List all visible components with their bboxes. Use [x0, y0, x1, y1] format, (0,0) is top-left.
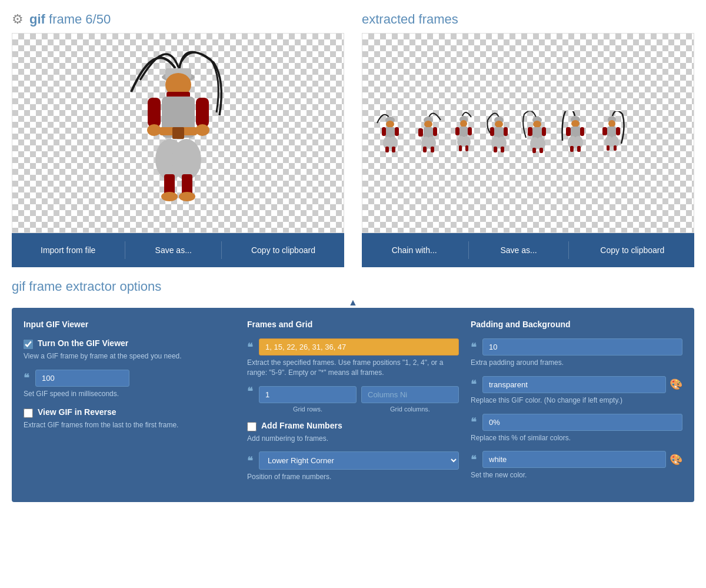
- add-frame-numbers-desc: Add numbering to frames.: [247, 434, 459, 444]
- svg-rect-25: [392, 147, 395, 152]
- svg-rect-65: [566, 127, 571, 136]
- svg-rect-51: [494, 147, 497, 152]
- svg-rect-33: [423, 147, 427, 152]
- svg-point-16: [179, 192, 195, 201]
- svg-rect-74: [602, 127, 607, 135]
- svg-rect-66: [580, 127, 584, 136]
- svg-point-9: [147, 124, 161, 136]
- svg-rect-30: [433, 127, 437, 136]
- svg-rect-52: [501, 147, 504, 152]
- extracted-frames-area: [362, 33, 694, 233]
- similar-desc: Replace this % of similar colors.: [471, 433, 682, 443]
- svg-rect-61: [540, 148, 543, 153]
- quote-icon-5: ❝: [471, 342, 477, 353]
- collapse-arrow[interactable]: ▲: [12, 297, 694, 308]
- quote-icon-6: ❝: [471, 379, 477, 390]
- new-color-input[interactable]: [482, 451, 666, 468]
- frame-thumb-3: [451, 111, 477, 155]
- svg-rect-60: [532, 148, 536, 153]
- svg-rect-7: [148, 98, 161, 127]
- copy-to-clipboard-button[interactable]: Copy to clipboard: [247, 243, 320, 257]
- padding-input[interactable]: [482, 338, 682, 356]
- gif-preview-area: [12, 33, 344, 233]
- input-gif-viewer-title: Input GIF Viewer: [24, 320, 235, 329]
- svg-point-45: [495, 121, 503, 128]
- divider: [468, 241, 469, 259]
- svg-rect-79: [614, 145, 617, 151]
- svg-rect-13: [164, 174, 175, 195]
- options-panel: Input GIF Viewer Turn On the GIF Viewer …: [12, 308, 694, 502]
- chain-with-button[interactable]: Chain with...: [387, 243, 442, 257]
- replace-color-input[interactable]: [482, 376, 666, 393]
- quote-icon-3: ❝: [247, 386, 253, 397]
- svg-point-72: [608, 120, 615, 127]
- gif-speed-desc: Set GIF speed in milliseconds.: [24, 389, 235, 399]
- save-as-button[interactable]: Save as...: [151, 243, 197, 257]
- divider: [221, 241, 222, 259]
- frames-desc: Extract the specified frames. Use frame …: [247, 358, 459, 378]
- reverse-gif-desc: Extract GIF frames from the last to the …: [24, 420, 235, 430]
- add-frame-numbers-checkbox[interactable]: [247, 422, 257, 431]
- svg-rect-20: [382, 127, 386, 136]
- svg-point-27: [424, 121, 432, 128]
- frame-thumb-1: [374, 111, 407, 155]
- rows-label: Grid rows.: [259, 406, 357, 413]
- gif-speed-input[interactable]: [35, 370, 129, 387]
- position-select[interactable]: Lower Right Corner Lower Left Corner Upp…: [259, 451, 459, 470]
- padding-background-column: Padding and Background ❝ Extra padding a…: [471, 320, 682, 490]
- similar-input[interactable]: [482, 414, 682, 431]
- frame-thumb-6: [560, 111, 592, 155]
- svg-rect-34: [431, 147, 434, 152]
- import-button[interactable]: Import from file: [36, 243, 100, 257]
- svg-rect-47: [490, 127, 494, 136]
- turn-on-gif-label: Turn On the GIF Viewer: [38, 338, 128, 348]
- replace-color-palette-icon[interactable]: 🎨: [670, 378, 682, 391]
- svg-rect-75: [616, 127, 620, 135]
- right-save-as-button[interactable]: Save as...: [495, 243, 541, 257]
- position-desc: Position of frame numbers.: [247, 472, 459, 482]
- options-section: gif frame extractor options ▲ Input GIF …: [12, 279, 694, 502]
- frame-thumb-4: [483, 111, 515, 155]
- frame-thumb-2: [412, 111, 445, 155]
- divider: [125, 241, 125, 259]
- quote-icon-7: ❝: [471, 417, 477, 427]
- extracted-frames-title: extracted frames: [362, 12, 458, 27]
- svg-point-12: [172, 139, 201, 180]
- reverse-gif-checkbox[interactable]: [24, 408, 33, 418]
- frame-thumb-7: [598, 111, 627, 155]
- frames-grid-title: Frames and Grid: [247, 320, 459, 329]
- reverse-gif-label: View GIF in Reverse: [38, 407, 116, 417]
- svg-rect-8: [196, 98, 209, 127]
- svg-rect-48: [504, 127, 508, 136]
- character-sprite: [119, 45, 237, 221]
- svg-rect-29: [418, 128, 423, 137]
- svg-point-63: [571, 120, 580, 127]
- svg-point-18: [386, 121, 394, 128]
- svg-rect-38: [455, 127, 459, 135]
- svg-rect-69: [570, 146, 574, 152]
- frame-thumb-5: [521, 111, 554, 155]
- quote-icon-4: ❝: [247, 456, 253, 466]
- right-copy-button[interactable]: Copy to clipboard: [595, 243, 669, 257]
- svg-point-36: [460, 120, 467, 127]
- svg-rect-78: [607, 145, 610, 151]
- page-title: gif frame 6/50: [29, 12, 111, 27]
- padding-background-title: Padding and Background: [471, 320, 682, 329]
- svg-rect-55: [532, 127, 542, 139]
- add-frame-numbers-label: Add Frame Numbers: [261, 421, 342, 430]
- frames-input[interactable]: [259, 338, 459, 356]
- svg-rect-14: [182, 174, 192, 195]
- turn-on-gif-checkbox[interactable]: [24, 340, 33, 349]
- left-action-bar: Import from file Save as... Copy to clip…: [12, 233, 344, 267]
- svg-rect-6: [172, 127, 184, 139]
- quote-icon-2: ❝: [247, 342, 253, 353]
- grid-rows-input[interactable]: [259, 386, 357, 403]
- svg-rect-70: [577, 146, 581, 152]
- new-color-desc: Set the new color.: [471, 470, 682, 480]
- svg-rect-21: [395, 127, 399, 136]
- svg-rect-39: [468, 127, 472, 135]
- new-color-palette-icon[interactable]: 🎨: [670, 453, 682, 466]
- quote-icon: ❝: [24, 373, 29, 383]
- grid-cols-input[interactable]: [361, 386, 459, 403]
- right-action-bar: Chain with... Save as... Copy to clipboa…: [362, 233, 694, 267]
